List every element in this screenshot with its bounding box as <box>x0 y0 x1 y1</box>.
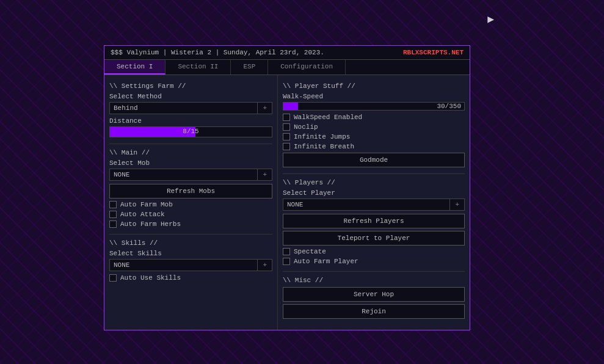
play-button[interactable]: ▶ <box>487 12 494 26</box>
walkspeed-enabled-checkbox[interactable] <box>283 114 290 121</box>
infinite-jumps-checkbox[interactable] <box>283 133 290 140</box>
auto-use-skills-label: Auto Use Skills <box>120 274 181 282</box>
auto-farm-mob-checkbox[interactable] <box>109 201 117 208</box>
spectate-row: Spectate <box>283 248 465 255</box>
auto-farm-herbs-row: Auto Farm Herbs <box>109 220 272 228</box>
walkspeed-bar-fill <box>283 103 298 110</box>
infinite-jumps-label: Infinite Jumps <box>294 133 350 140</box>
noclip-checkbox[interactable] <box>283 123 290 131</box>
walkspeed-bar-text: 30/350 <box>437 103 461 110</box>
infinite-breath-row: Infinite Breath <box>283 143 465 150</box>
select-skills-value: NONE <box>110 260 257 271</box>
select-player-value: NONE <box>283 199 449 210</box>
auto-use-skills-row: Auto Use Skills <box>109 274 272 282</box>
auto-farm-mob-label: Auto Farm Mob <box>120 201 173 208</box>
tab-bar: Section I Section II ESP Configuration <box>104 60 470 75</box>
infinite-breath-checkbox[interactable] <box>283 143 290 150</box>
auto-farm-mob-row: Auto Farm Mob <box>109 201 272 208</box>
auto-farm-player-row: Auto Farm Player <box>283 258 465 265</box>
infinite-jumps-row: Infinite Jumps <box>283 133 465 140</box>
select-mob-label: Select Mob <box>109 159 272 167</box>
walkspeed-bar: 30/350 <box>283 102 465 111</box>
select-method-dropdown[interactable]: Behind + <box>109 102 272 114</box>
select-player-dropdown[interactable]: NONE + <box>283 198 465 211</box>
server-hop-button[interactable]: Server Hop <box>283 287 465 302</box>
select-mob-value: NONE <box>110 169 257 180</box>
spectate-label: Spectate <box>294 248 326 255</box>
refresh-players-button[interactable]: Refresh Players <box>283 214 465 228</box>
misc-header: \\ Misc // <box>283 277 465 284</box>
tab-config[interactable]: Configuration <box>268 60 346 75</box>
select-method-plus[interactable]: + <box>257 103 272 114</box>
tab-esp[interactable]: ESP <box>231 60 268 75</box>
right-panel: \\ Player Stuff // Walk-Speed 30/350 Wal… <box>278 75 470 330</box>
godmode-button[interactable]: Godmode <box>283 153 465 167</box>
title-text: $$$ Valynium | Wisteria 2 | Sunday, Apri… <box>111 49 324 56</box>
distance-label: Distance <box>109 117 272 125</box>
teleport-to-player-button[interactable]: Teleport to Player <box>283 231 465 246</box>
select-skills-dropdown[interactable]: NONE + <box>109 259 272 271</box>
refresh-mobs-button[interactable]: Refresh Mobs <box>109 184 272 198</box>
noclip-label: Noclip <box>294 123 318 131</box>
skills-section: \\ Skills // Select Skills NONE + Auto U… <box>109 239 272 282</box>
tab-section1[interactable]: Section I <box>104 60 166 75</box>
players-header: \\ Players // <box>283 179 465 186</box>
select-method-label: Select Method <box>109 93 272 100</box>
select-player-plus[interactable]: + <box>449 199 464 210</box>
distance-bar: 8/15 <box>109 126 272 137</box>
left-panel: \\ Settings Farm // Select Method Behind… <box>104 75 278 330</box>
misc-section: \\ Misc // Server Hop Rejoin <box>283 277 465 319</box>
rejoin-button[interactable]: Rejoin <box>283 304 465 319</box>
settings-section: \\ Settings Farm // Select Method Behind… <box>109 82 272 137</box>
walkspeed-enabled-row: WalkSpeed Enabled <box>283 114 465 121</box>
auto-farm-player-checkbox[interactable] <box>283 258 290 265</box>
title-bar: $$$ Valynium | Wisteria 2 | Sunday, Apri… <box>104 46 470 60</box>
auto-attack-row: Auto Attack <box>109 211 272 218</box>
distance-bar-text: 8/15 <box>110 128 272 135</box>
auto-attack-checkbox[interactable] <box>109 211 117 218</box>
settings-header: \\ Settings Farm // <box>109 82 272 90</box>
select-mob-dropdown[interactable]: NONE + <box>109 169 272 181</box>
auto-farm-player-label: Auto Farm Player <box>294 258 358 265</box>
infinite-breath-label: Infinite Breath <box>294 143 354 150</box>
select-skills-label: Select Skills <box>109 250 272 257</box>
main-section: \\ Main // Select Mob NONE + Refresh Mob… <box>109 149 272 228</box>
select-method-value: Behind <box>110 103 257 114</box>
content-area: \\ Settings Farm // Select Method Behind… <box>104 75 470 330</box>
main-window: $$$ Valynium | Wisteria 2 | Sunday, Apri… <box>104 45 470 330</box>
noclip-row: Noclip <box>283 123 465 131</box>
auto-use-skills-checkbox[interactable] <box>109 274 117 282</box>
brand-label: RBLXSCRIPTS.NET <box>403 49 464 56</box>
player-stuff-section: \\ Player Stuff // Walk-Speed 30/350 Wal… <box>283 82 465 167</box>
players-section: \\ Players // Select Player NONE + Refre… <box>283 179 465 265</box>
main-header: \\ Main // <box>109 149 272 156</box>
select-mob-plus[interactable]: + <box>257 169 272 180</box>
auto-farm-herbs-checkbox[interactable] <box>109 220 117 228</box>
tab-section2[interactable]: Section II <box>166 60 231 75</box>
skills-header: \\ Skills // <box>109 239 272 247</box>
walkspeed-enabled-label: WalkSpeed Enabled <box>294 114 362 121</box>
spectate-checkbox[interactable] <box>283 248 290 255</box>
select-skills-plus[interactable]: + <box>257 260 272 271</box>
auto-farm-herbs-label: Auto Farm Herbs <box>120 220 181 228</box>
auto-attack-label: Auto Attack <box>120 211 165 218</box>
select-player-label: Select Player <box>283 189 465 197</box>
walkspeed-label: Walk-Speed <box>283 93 465 100</box>
player-stuff-header: \\ Player Stuff // <box>283 82 465 90</box>
